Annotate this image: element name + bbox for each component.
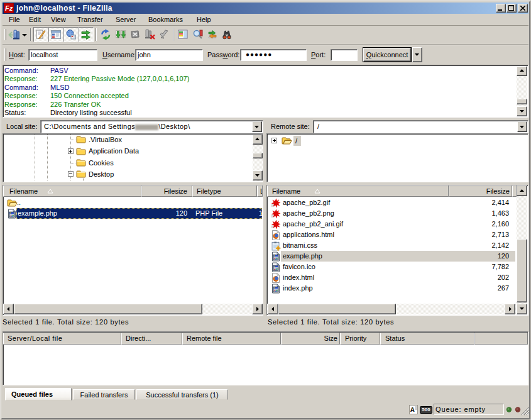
svg-text:A: A <box>410 406 415 414</box>
svg-text:Fz: Fz <box>5 4 13 12</box>
